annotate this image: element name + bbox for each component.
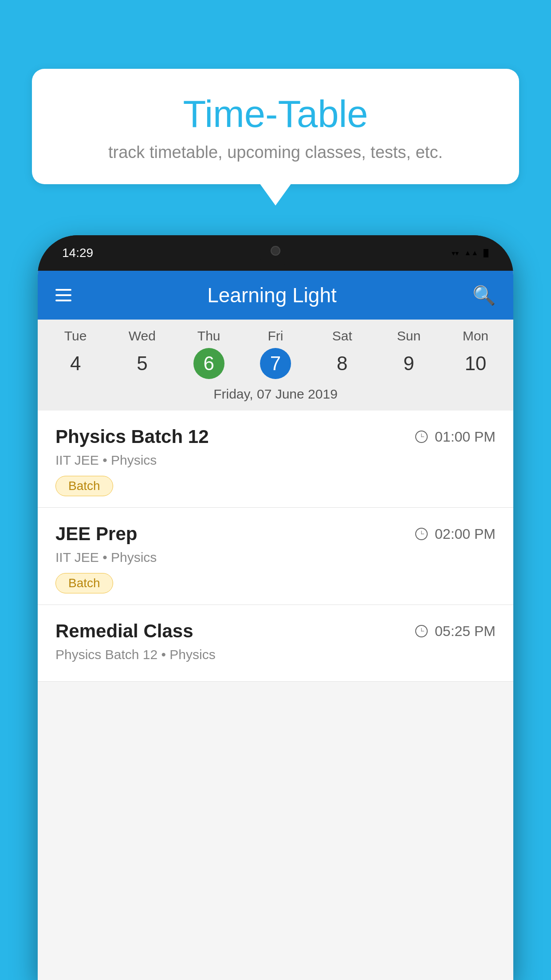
camera bbox=[271, 246, 280, 256]
wifi-icon: ▾▾ bbox=[452, 249, 459, 257]
class-item-1-name: Physics Batch 12 bbox=[55, 426, 209, 447]
search-icon[interactable]: 🔍 bbox=[472, 285, 496, 306]
class-item-2-tag: Batch bbox=[55, 573, 113, 593]
day-numbers: 4 5 6 7 8 9 10 bbox=[38, 347, 513, 380]
class-item-3-name: Remedial Class bbox=[55, 620, 193, 642]
battery-icon: ▉ bbox=[484, 249, 489, 257]
day-7-selected[interactable]: 7 bbox=[260, 348, 291, 379]
clock-icon-3 bbox=[415, 625, 428, 637]
status-time: 14:29 bbox=[62, 246, 93, 260]
app-header: Learning Light 🔍 bbox=[38, 271, 513, 320]
class-item-1[interactable]: Physics Batch 12 01:00 PM IIT JEE • Phys… bbox=[38, 411, 513, 508]
class-list: Physics Batch 12 01:00 PM IIT JEE • Phys… bbox=[38, 411, 513, 682]
class-item-3-meta: Physics Batch 12 • Physics bbox=[55, 647, 496, 662]
signal-icon: ▲▲ bbox=[464, 249, 478, 257]
bubble-subtitle: track timetable, upcoming classes, tests… bbox=[59, 143, 492, 162]
day-label-sun: Sun bbox=[375, 328, 442, 344]
hamburger-menu-icon[interactable] bbox=[55, 289, 71, 301]
phone-frame: 14:29 ▾▾ ▲▲ ▉ Learning Light 🔍 Tue Wed T… bbox=[38, 235, 513, 980]
bubble-title: Time-Table bbox=[59, 93, 492, 135]
class-item-2[interactable]: JEE Prep 02:00 PM IIT JEE • Physics Batc… bbox=[38, 508, 513, 605]
app-title: Learning Light bbox=[85, 283, 459, 307]
selected-date-label: Friday, 07 June 2019 bbox=[38, 380, 513, 406]
class-item-3-time: 05:25 PM bbox=[415, 623, 496, 640]
day-4[interactable]: 4 bbox=[42, 347, 109, 380]
class-item-3-header: Remedial Class 05:25 PM bbox=[55, 620, 496, 642]
speech-bubble-container: Time-Table track timetable, upcoming cla… bbox=[32, 69, 519, 184]
day-9[interactable]: 9 bbox=[375, 347, 442, 380]
class-item-2-time: 02:00 PM bbox=[415, 526, 496, 542]
day-8[interactable]: 8 bbox=[309, 347, 375, 380]
class-item-1-meta: IIT JEE • Physics bbox=[55, 453, 496, 468]
notch bbox=[258, 235, 293, 266]
class-item-2-header: JEE Prep 02:00 PM bbox=[55, 523, 496, 545]
day-label-wed: Wed bbox=[109, 328, 175, 344]
day-10[interactable]: 10 bbox=[442, 347, 509, 380]
class-item-3[interactable]: Remedial Class 05:25 PM Physics Batch 12… bbox=[38, 605, 513, 682]
status-bar: 14:29 ▾▾ ▲▲ ▉ bbox=[38, 235, 513, 271]
day-label-mon: Mon bbox=[442, 328, 509, 344]
clock-icon-1 bbox=[415, 431, 428, 443]
class-item-2-meta: IIT JEE • Physics bbox=[55, 550, 496, 565]
class-item-1-tag: Batch bbox=[55, 476, 113, 496]
status-icons: ▾▾ ▲▲ ▉ bbox=[452, 249, 489, 257]
day-5[interactable]: 5 bbox=[109, 347, 175, 380]
class-item-1-header: Physics Batch 12 01:00 PM bbox=[55, 426, 496, 447]
day-label-tue: Tue bbox=[42, 328, 109, 344]
calendar-section: Tue Wed Thu Fri Sat Sun Mon 4 5 6 7 8 9 … bbox=[38, 320, 513, 411]
day-headers: Tue Wed Thu Fri Sat Sun Mon bbox=[38, 328, 513, 344]
day-label-thu: Thu bbox=[176, 328, 242, 344]
day-6-today[interactable]: 6 bbox=[193, 348, 224, 379]
class-item-2-name: JEE Prep bbox=[55, 523, 137, 545]
day-label-sat: Sat bbox=[309, 328, 375, 344]
app-content: Learning Light 🔍 Tue Wed Thu Fri Sat Sun… bbox=[38, 271, 513, 980]
clock-icon-2 bbox=[415, 528, 428, 540]
day-label-fri: Fri bbox=[242, 328, 309, 344]
speech-bubble: Time-Table track timetable, upcoming cla… bbox=[32, 69, 519, 184]
class-item-1-time: 01:00 PM bbox=[415, 429, 496, 445]
